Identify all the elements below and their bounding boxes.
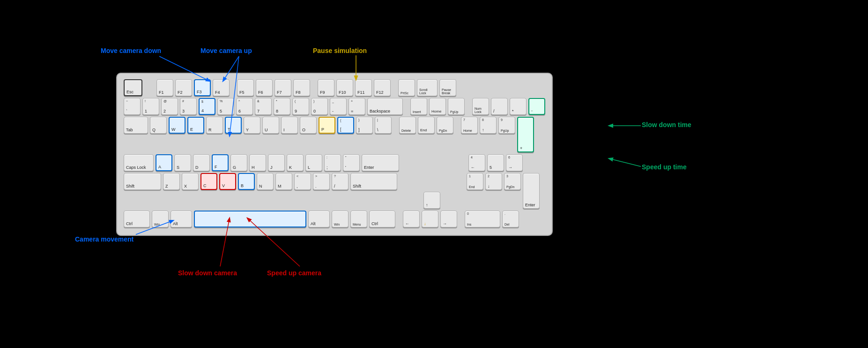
key-c[interactable]: C xyxy=(200,173,217,190)
key-lbracket[interactable]: { [ xyxy=(337,117,354,134)
key-enter[interactable]: Enter xyxy=(362,154,399,171)
key-num-5[interactable]: 5 xyxy=(487,154,504,171)
key-num-9[interactable]: 9 PgUp xyxy=(498,117,515,134)
key-num-slash[interactable]: / xyxy=(491,98,508,115)
key-r[interactable]: R xyxy=(206,117,223,134)
key-home[interactable]: Home xyxy=(429,98,446,115)
key-numlock[interactable]: NumLock xyxy=(472,98,489,115)
key-0[interactable]: ) 0 xyxy=(311,98,328,115)
key-num-minus[interactable]: - xyxy=(528,98,545,115)
key-arrow-down[interactable]: ↓ xyxy=(422,211,438,227)
key-num-enter[interactable]: Enter xyxy=(523,173,540,209)
key-win-left[interactable]: Win xyxy=(152,211,169,227)
key-f8[interactable]: F8 xyxy=(293,79,310,96)
key-f1[interactable]: F1 xyxy=(156,79,173,96)
key-3[interactable]: # 3 xyxy=(180,98,197,115)
key-num-0[interactable]: 0 Ins xyxy=(465,211,500,227)
key-ctrl-left[interactable]: Ctrl xyxy=(124,211,150,227)
key-insert[interactable]: Insert xyxy=(410,98,427,115)
key-num-3[interactable]: 3 PgDn xyxy=(504,173,521,190)
key-a[interactable]: A xyxy=(156,154,172,171)
key-tilde[interactable]: ~ ` xyxy=(124,98,141,115)
key-x[interactable]: X xyxy=(182,173,199,190)
key-scroll-lock[interactable]: ScrollLock xyxy=(417,79,438,96)
key-prtsc[interactable]: PrtSc xyxy=(398,79,415,96)
key-num-plus[interactable]: + xyxy=(517,117,534,152)
key-alt-right[interactable]: Alt xyxy=(308,211,330,227)
key-o[interactable]: O xyxy=(300,117,317,134)
key-n[interactable]: N xyxy=(257,173,274,190)
key-shift-left[interactable]: Shift xyxy=(124,173,161,190)
key-f11[interactable]: F11 xyxy=(355,79,372,96)
key-quote[interactable]: " ' xyxy=(343,154,360,171)
key-8[interactable]: * 8 xyxy=(274,98,290,115)
key-m[interactable]: M xyxy=(275,173,292,190)
key-arrow-up[interactable]: ↑ xyxy=(423,192,440,209)
key-num-8[interactable]: 8 ↑ xyxy=(480,117,497,134)
key-w[interactable]: W xyxy=(169,117,185,134)
key-y[interactable]: Y xyxy=(244,117,260,134)
key-h[interactable]: H xyxy=(249,154,266,171)
key-f[interactable]: F xyxy=(212,154,229,171)
key-p[interactable]: P xyxy=(319,117,335,134)
key-e[interactable]: E xyxy=(187,117,204,134)
key-f12[interactable]: F12 xyxy=(374,79,391,96)
key-equals[interactable]: + = xyxy=(349,98,365,115)
key-num-asterisk[interactable]: * xyxy=(510,98,527,115)
key-5[interactable]: % 5 xyxy=(217,98,234,115)
key-f9[interactable]: F9 xyxy=(318,79,334,96)
key-t[interactable]: T xyxy=(225,117,242,134)
key-shift-right[interactable]: Shift xyxy=(350,173,397,190)
key-pgup[interactable]: PgUp xyxy=(448,98,465,115)
key-num-7[interactable]: 7 Home xyxy=(461,117,478,134)
key-minus[interactable]: _ - xyxy=(330,98,347,115)
key-z[interactable]: Z xyxy=(163,173,180,190)
key-num-1[interactable]: 1 End xyxy=(467,173,483,190)
key-num-4[interactable]: 4 ← xyxy=(468,154,485,171)
key-f6[interactable]: F6 xyxy=(256,79,273,96)
key-period[interactable]: > . xyxy=(313,173,330,190)
key-j[interactable]: J xyxy=(268,154,285,171)
key-1[interactable]: ! 1 xyxy=(142,98,159,115)
key-win-right[interactable]: Win xyxy=(332,211,349,227)
key-backslash[interactable]: | \ xyxy=(375,117,392,134)
key-f10[interactable]: F10 xyxy=(336,79,353,96)
key-2[interactable]: @ 2 xyxy=(161,98,178,115)
key-g[interactable]: G xyxy=(230,154,247,171)
key-9[interactable]: ( 9 xyxy=(292,98,309,115)
key-menu[interactable]: Menu xyxy=(350,211,367,227)
key-arrow-right[interactable]: → xyxy=(440,211,457,227)
key-4[interactable]: $ 4 xyxy=(199,98,215,115)
key-caps-lock[interactable]: Caps Lock xyxy=(124,154,154,171)
key-q[interactable]: Q xyxy=(150,117,167,134)
key-pause[interactable]: PauseBreak xyxy=(439,79,456,96)
key-end[interactable]: End xyxy=(418,117,435,134)
key-f3[interactable]: F3 xyxy=(194,79,211,96)
key-f4[interactable]: F4 xyxy=(213,79,230,96)
key-v[interactable]: V xyxy=(219,173,236,190)
key-rbracket[interactable]: } ] xyxy=(356,117,373,134)
key-f5[interactable]: F5 xyxy=(237,79,254,96)
key-f7[interactable]: F7 xyxy=(274,79,291,96)
key-alt-left[interactable]: Alt xyxy=(171,211,192,227)
key-u[interactable]: U xyxy=(262,117,279,134)
key-l[interactable]: L xyxy=(305,154,322,171)
key-tab[interactable]: Tab xyxy=(124,117,148,134)
key-6[interactable]: ^ 6 xyxy=(236,98,253,115)
key-semicolon[interactable]: : ; xyxy=(324,154,341,171)
key-num-dot[interactable]: . Del xyxy=(502,211,519,227)
key-num-2[interactable]: 2 ↓ xyxy=(485,173,502,190)
key-f2[interactable]: F2 xyxy=(175,79,192,96)
key-slash[interactable]: ? / xyxy=(332,173,349,190)
key-comma[interactable]: < , xyxy=(294,173,311,190)
key-delete[interactable]: Delete xyxy=(399,117,416,134)
key-backspace[interactable]: Backspace xyxy=(367,98,403,115)
key-i[interactable]: I xyxy=(281,117,298,134)
key-num-6[interactable]: 6 → xyxy=(506,154,523,171)
key-esc[interactable]: Esc xyxy=(124,79,142,96)
key-arrow-left[interactable]: ← xyxy=(403,211,420,227)
key-d[interactable]: D xyxy=(193,154,210,171)
key-s[interactable]: S xyxy=(174,154,191,171)
key-7[interactable]: & 7 xyxy=(255,98,272,115)
key-k[interactable]: K xyxy=(287,154,304,171)
